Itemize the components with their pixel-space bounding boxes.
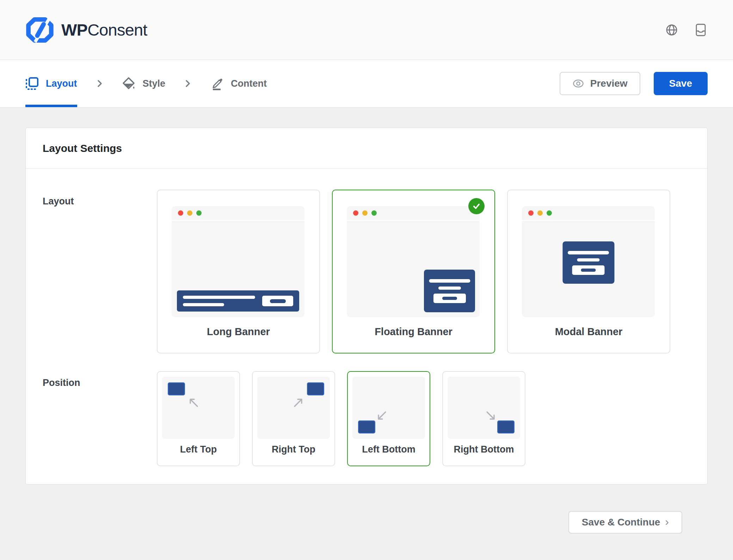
- check-icon: [471, 201, 482, 211]
- banner-text-line: [183, 296, 255, 299]
- card-title: Layout Settings: [26, 128, 707, 169]
- position-option-right-bottom[interactable]: Right Bottom: [442, 371, 525, 466]
- chevron-right-icon: [97, 79, 103, 88]
- position-preview-panel: [257, 377, 330, 439]
- eye-icon: [572, 79, 584, 88]
- position-preview-panel: [448, 377, 520, 439]
- preview-button-label: Preview: [590, 78, 628, 89]
- option-label: Right Top: [253, 444, 334, 455]
- logo-text: WPConsent: [61, 20, 147, 39]
- position-option-left-bottom[interactable]: Left Bottom: [347, 371, 430, 466]
- banner-text-line: [438, 287, 461, 290]
- logo-text-rest: Consent: [87, 20, 147, 39]
- pencil-icon: [210, 77, 224, 90]
- banner-position-rect: [307, 382, 324, 395]
- position-preview-panel: [162, 377, 235, 439]
- logo-text-bold: WP: [61, 20, 87, 39]
- chevron-right-icon: [185, 79, 191, 88]
- arrow-up-left-icon: [187, 396, 200, 409]
- layout-option-long-banner[interactable]: Long Banner: [157, 190, 320, 353]
- banner-text-line: [577, 258, 600, 261]
- position-options: Left Top Right Top: [157, 371, 525, 466]
- banner-button-shape: [433, 294, 466, 303]
- option-label: Right Bottom: [443, 444, 525, 455]
- position-row-label: Position: [43, 371, 157, 466]
- option-label: Left Bottom: [348, 444, 430, 455]
- tab-style[interactable]: Style: [122, 60, 166, 107]
- arrow-down-left-icon: [375, 409, 388, 423]
- tab-layout-label: Layout: [46, 78, 77, 89]
- banner-button-label-shape: [270, 299, 286, 303]
- chevron-right-icon: ›: [665, 516, 669, 529]
- card-body: Layout: [26, 169, 707, 484]
- option-label: Modal Banner: [508, 326, 670, 338]
- header-icons: [665, 23, 708, 37]
- globe-icon[interactable]: [665, 23, 679, 37]
- position-option-right-top[interactable]: Right Top: [252, 371, 335, 466]
- position-preview-panel: [352, 377, 425, 439]
- traffic-dot-yellow: [537, 210, 543, 216]
- position-option-left-top[interactable]: Left Top: [157, 371, 240, 466]
- traffic-dot-yellow: [187, 210, 192, 216]
- save-button[interactable]: Save: [654, 72, 708, 95]
- layout-options: Long Banner: [157, 190, 670, 353]
- save-and-continue-label: Save & Continue: [582, 517, 660, 528]
- inbox-tray-icon[interactable]: [694, 23, 708, 37]
- browser-titlebar: [172, 206, 304, 221]
- option-label: Floating Banner: [333, 326, 494, 338]
- position-row: Position Left Top: [43, 371, 690, 466]
- layout-tab-icon: [25, 77, 39, 90]
- browser-titlebar: [522, 206, 655, 221]
- banner-text-line: [183, 303, 224, 306]
- browser-mockup: [347, 206, 480, 317]
- layout-row-label: Layout: [43, 190, 157, 353]
- traffic-dot-red: [178, 210, 183, 216]
- banner-button-shape: [572, 265, 605, 275]
- modal-banner-illustration: [562, 241, 614, 284]
- settings-navbar: Layout Style Content: [0, 60, 733, 107]
- arrow-up-right-icon: [292, 396, 305, 409]
- banner-position-rect: [497, 420, 515, 433]
- traffic-dot-red: [528, 210, 534, 216]
- option-label: Long Banner: [158, 326, 319, 338]
- browser-titlebar: [347, 206, 480, 221]
- nav-actions: Preview Save: [560, 72, 708, 95]
- banner-position-rect: [168, 382, 185, 395]
- preview-button[interactable]: Preview: [560, 72, 640, 95]
- banner-text-line: [568, 251, 609, 254]
- traffic-dot-green: [371, 210, 377, 216]
- traffic-dot-red: [353, 210, 358, 216]
- step-tabs: Layout Style Content: [25, 60, 267, 107]
- wpconsent-logo-icon: [25, 17, 54, 43]
- main-content: Layout Settings Layout: [0, 107, 733, 560]
- option-label: Left Top: [158, 444, 239, 455]
- traffic-dot-green: [547, 210, 552, 216]
- traffic-dot-yellow: [362, 210, 368, 216]
- floating-banner-illustration: [424, 270, 475, 312]
- wpconsent-logo: WPConsent: [25, 17, 147, 43]
- browser-mockup: [172, 206, 304, 317]
- banner-button-label-shape: [442, 297, 457, 300]
- paint-bucket-icon: [122, 77, 136, 90]
- layout-option-floating-banner[interactable]: Floating Banner: [332, 190, 495, 353]
- layout-settings-card: Layout Settings Layout: [25, 128, 708, 485]
- banner-button-label-shape: [581, 269, 596, 272]
- app-header: WPConsent: [0, 0, 733, 60]
- long-banner-illustration: [177, 290, 299, 312]
- tab-content[interactable]: Content: [210, 60, 267, 107]
- arrow-down-right-icon: [484, 409, 498, 423]
- tab-content-label: Content: [231, 78, 267, 89]
- layout-option-modal-banner[interactable]: Modal Banner: [507, 190, 670, 353]
- layout-row: Layout: [43, 190, 690, 353]
- banner-position-rect: [358, 420, 375, 433]
- selected-check-badge: [468, 198, 485, 214]
- traffic-dot-green: [196, 210, 202, 216]
- tab-layout[interactable]: Layout: [25, 60, 77, 107]
- banner-button-shape: [262, 296, 293, 306]
- tab-style-label: Style: [143, 78, 166, 89]
- footer-actions: Save & Continue ›: [25, 485, 708, 560]
- save-and-continue-button[interactable]: Save & Continue ›: [568, 511, 682, 534]
- browser-mockup: [522, 206, 655, 317]
- banner-text-line: [429, 279, 470, 283]
